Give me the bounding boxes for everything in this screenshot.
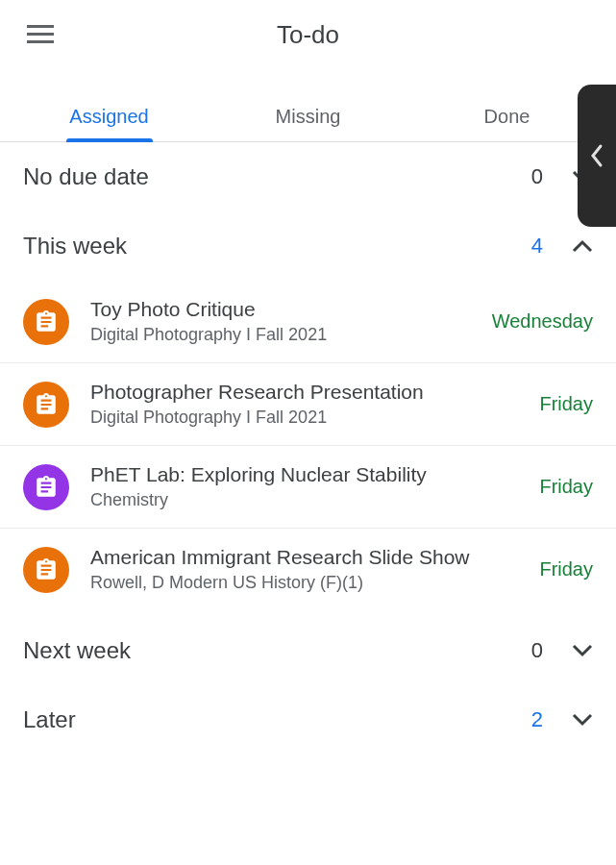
due-label: Friday — [539, 558, 593, 581]
assignment-text: Toy Photo Critique Digital Photography I… — [90, 298, 480, 345]
assignment-item[interactable]: American Immigrant Research Slide Show R… — [0, 529, 616, 610]
assignment-item[interactable]: Photographer Research Presentation Digit… — [0, 363, 616, 446]
menu-button[interactable] — [19, 17, 62, 52]
assignment-title: Toy Photo Critique — [90, 298, 480, 321]
assignment-item[interactable]: Toy Photo Critique Digital Photography I… — [0, 281, 616, 363]
svg-rect-0 — [27, 25, 54, 28]
assignment-class: Rowell, D Modern US History (F)(1) — [90, 573, 528, 593]
assignment-title: PhET Lab: Exploring Nuclear Stability — [90, 463, 528, 486]
tab-done[interactable]: Done — [407, 92, 606, 141]
assignment-icon — [23, 299, 69, 345]
svg-rect-2 — [27, 40, 54, 43]
assignment-text: American Immigrant Research Slide Show R… — [90, 546, 528, 593]
section-count: 0 — [531, 638, 543, 663]
section-later[interactable]: Later 2 — [0, 685, 616, 754]
chevron-up-icon — [572, 239, 593, 253]
chevron-down-icon — [572, 644, 593, 657]
assignment-class: Digital Photography I Fall 2021 — [90, 325, 480, 345]
assignment-text: Photographer Research Presentation Digit… — [90, 381, 528, 428]
tab-missing[interactable]: Missing — [209, 92, 407, 141]
clipboard-icon — [34, 475, 59, 500]
due-label: Friday — [539, 393, 593, 415]
assignment-icon — [23, 464, 69, 510]
assignments-list: Toy Photo Critique Digital Photography I… — [0, 281, 616, 616]
section-title: Next week — [23, 637, 531, 664]
hamburger-icon — [27, 25, 54, 44]
assignment-icon — [23, 547, 69, 593]
assignment-item[interactable]: PhET Lab: Exploring Nuclear Stability Ch… — [0, 446, 616, 529]
section-next-week[interactable]: Next week 0 — [0, 616, 616, 685]
assignment-title: American Immigrant Research Slide Show — [90, 546, 528, 569]
page-title: To-do — [277, 20, 339, 50]
svg-rect-1 — [27, 33, 54, 36]
section-count: 0 — [531, 164, 543, 189]
tab-assigned[interactable]: Assigned — [10, 92, 209, 141]
clipboard-icon — [34, 557, 59, 582]
assignment-class: Chemistry — [90, 490, 528, 510]
chevron-down-icon — [572, 713, 593, 727]
due-label: Friday — [539, 476, 593, 498]
side-drawer-handle[interactable] — [578, 85, 616, 227]
section-title: This week — [23, 233, 531, 260]
due-label: Wednesday — [492, 310, 593, 333]
app-header: To-do — [0, 0, 616, 63]
assignment-title: Photographer Research Presentation — [90, 381, 528, 404]
section-count: 4 — [531, 234, 543, 259]
chevron-left-icon — [590, 143, 604, 168]
section-title: No due date — [23, 163, 531, 190]
clipboard-icon — [34, 392, 59, 417]
tabs-bar: Assigned Missing Done — [0, 92, 616, 142]
assignment-text: PhET Lab: Exploring Nuclear Stability Ch… — [90, 463, 528, 510]
assignment-class: Digital Photography I Fall 2021 — [90, 408, 528, 428]
clipboard-icon — [34, 309, 59, 334]
section-count: 2 — [531, 707, 543, 732]
section-this-week[interactable]: This week 4 — [0, 211, 616, 281]
section-no-due-date[interactable]: No due date 0 — [0, 142, 616, 211]
section-title: Later — [23, 706, 531, 733]
assignment-icon — [23, 382, 69, 428]
